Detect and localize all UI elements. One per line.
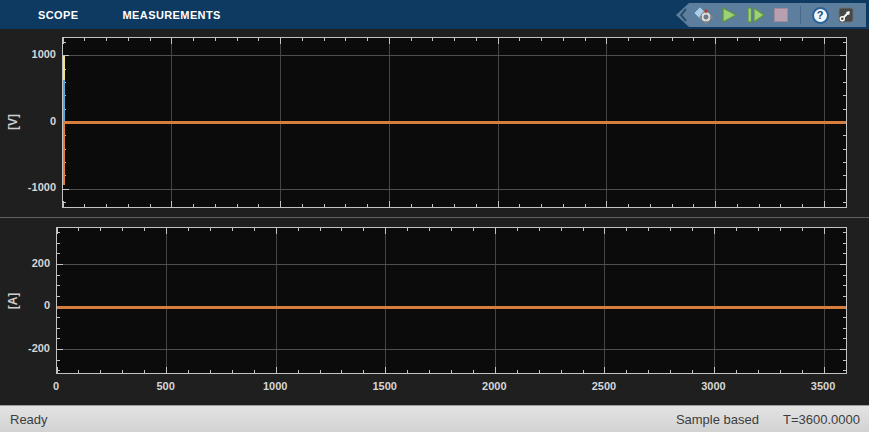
axis-tick <box>57 264 63 265</box>
axis-tick <box>714 367 715 373</box>
axis-tick <box>628 38 629 41</box>
axis-tick <box>843 162 846 163</box>
trace-signal-2-initial <box>63 80 65 122</box>
axis-tick <box>780 38 781 41</box>
step-forward-icon <box>745 5 765 25</box>
axis-tick <box>63 202 66 203</box>
trace-current-steady <box>57 306 846 309</box>
axis-tick <box>715 201 716 207</box>
axis-tick <box>606 201 607 207</box>
axis-tick <box>843 202 846 203</box>
axis-tick <box>302 204 303 207</box>
axis-tick <box>451 228 452 231</box>
axis-tick <box>57 338 60 339</box>
axis-tick <box>144 370 145 373</box>
axis-tick <box>843 82 846 83</box>
axis-tick <box>758 228 759 231</box>
axis-tick <box>57 349 63 350</box>
run-button[interactable] <box>718 4 740 26</box>
axis-tick <box>824 38 825 44</box>
status-message: Ready <box>10 412 48 427</box>
axis-tick <box>843 285 846 286</box>
stop-button[interactable] <box>770 4 792 26</box>
axis-tick <box>324 204 325 207</box>
axis-tick <box>276 367 277 373</box>
axis-tick <box>737 204 738 207</box>
trace-voltage-steady <box>63 121 846 124</box>
axis-tick <box>672 204 673 207</box>
toolstrip-tabbar: SCOPE MEASUREMENTS <box>0 0 869 29</box>
axis-tick <box>840 189 846 190</box>
axis-tick <box>846 228 847 231</box>
gridline <box>495 228 496 373</box>
gridline <box>63 55 846 56</box>
axis-tick <box>122 228 123 231</box>
axis-tick <box>411 204 412 207</box>
axis-tick <box>843 338 846 339</box>
axis-tick <box>843 275 846 276</box>
xtick-label: 3000 <box>684 380 744 392</box>
axis-tick <box>626 228 627 231</box>
help-button[interactable]: ? <box>809 4 831 26</box>
axis-tick <box>389 201 390 207</box>
axis-tick <box>561 228 562 231</box>
ytick-label: 1000 <box>4 48 56 60</box>
axis-tick <box>150 204 151 207</box>
axis-tick <box>320 370 321 373</box>
axis-tick <box>824 228 825 234</box>
axis-tick <box>150 38 151 41</box>
axis-tick <box>345 204 346 207</box>
stop-icon <box>771 5 791 25</box>
ytick-label: 200 <box>0 257 50 269</box>
help-icon: ? <box>812 7 829 24</box>
axis-tick <box>432 38 433 41</box>
axis-tick <box>63 189 69 190</box>
axis-tick <box>57 360 60 361</box>
axis-tick <box>215 38 216 41</box>
axis-tick <box>802 370 803 373</box>
tab-scope[interactable]: SCOPE <box>34 9 83 21</box>
current-plot[interactable] <box>56 227 847 374</box>
axis-tick <box>539 370 540 373</box>
axis-tick <box>78 370 79 373</box>
axis-tick <box>100 370 101 373</box>
axis-tick <box>166 367 167 373</box>
ytick-label: 0 <box>0 299 50 311</box>
axis-tick <box>57 232 60 233</box>
axis-tick <box>171 201 172 207</box>
voltage-plot[interactable] <box>62 37 847 208</box>
step-forward-button[interactable] <box>744 4 766 26</box>
axis-tick <box>780 204 781 207</box>
axis-tick <box>517 228 518 231</box>
axis-tick <box>280 38 281 44</box>
axis-tick <box>280 201 281 207</box>
axis-tick <box>780 370 781 373</box>
axis-tick <box>604 367 605 373</box>
tab-measurements[interactable]: MEASUREMENTS <box>119 9 225 21</box>
axis-tick <box>57 370 60 371</box>
axis-tick <box>407 228 408 231</box>
axis-tick <box>824 367 825 373</box>
axis-tick <box>843 317 846 318</box>
axis-tick <box>692 370 693 373</box>
trace-signal-3-initial <box>63 123 65 185</box>
axis-tick <box>495 367 496 373</box>
gridline <box>276 228 277 373</box>
axis-tick <box>846 38 847 41</box>
axis-tick <box>714 228 715 234</box>
popout-button[interactable] <box>835 4 857 26</box>
simulation-settings-button[interactable] <box>692 4 714 26</box>
axis-tick <box>258 38 259 41</box>
axis-tick <box>843 232 846 233</box>
axis-tick <box>84 204 85 207</box>
axis-tick <box>215 204 216 207</box>
axis-tick <box>84 38 85 41</box>
axis-tick <box>840 55 846 56</box>
axis-tick <box>57 296 60 297</box>
axis-tick <box>840 264 846 265</box>
axis-tick <box>715 38 716 44</box>
axis-tick <box>254 228 255 231</box>
axis-tick <box>258 204 259 207</box>
axis-tick <box>585 38 586 41</box>
axis-tick <box>650 204 651 207</box>
